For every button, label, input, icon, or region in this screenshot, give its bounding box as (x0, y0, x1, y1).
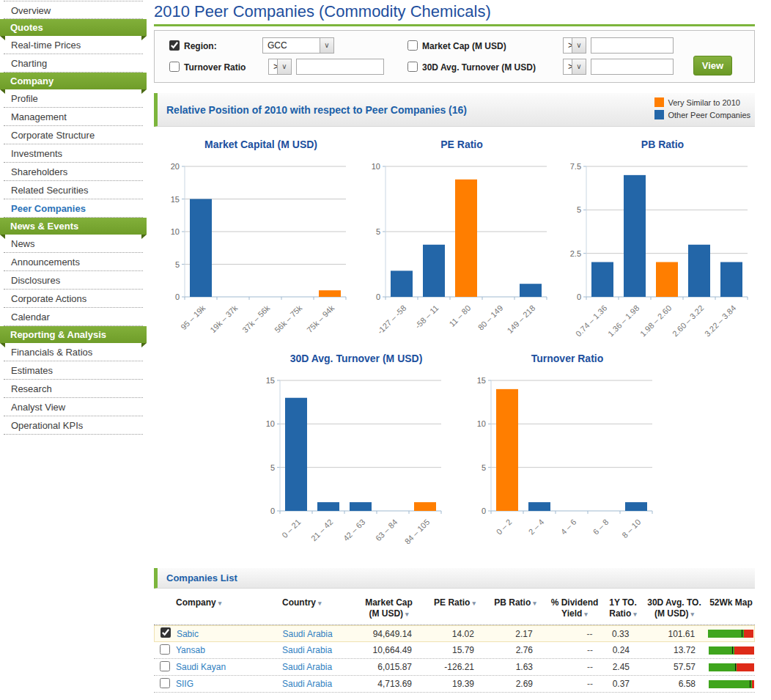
company-cell: Saudi Kayan (176, 662, 282, 672)
row-checkbox[interactable] (160, 644, 170, 655)
sidebar-item-disclosures[interactable]: Disclosures (4, 271, 143, 290)
chart-plot: 02.557.50.74 – 1.361.36 – 1.981.98 – 2.6… (556, 158, 755, 342)
sidebar-item-announcements[interactable]: Announcements (4, 253, 143, 271)
sidebar-item-related-securities[interactable]: Related Securities (4, 181, 143, 199)
sidebar-section-quotes: Quotes (0, 19, 147, 36)
column-header-checkbox (154, 597, 176, 620)
x-tick-label: 56k – 75k (273, 303, 304, 335)
x-tick-label: 84 – 105 (403, 517, 432, 546)
chart-title: PE Ratio (355, 139, 554, 158)
country-link[interactable]: Saudi Arabia (282, 662, 332, 672)
svg-text:0: 0 (175, 292, 180, 301)
company-link[interactable]: Sabic (177, 629, 199, 639)
turnover-ratio-operator-value: > (269, 59, 277, 74)
sidebar-item-corporate-actions[interactable]: Corporate Actions (4, 290, 143, 308)
sidebar-item-overview[interactable]: Overview (4, 1, 143, 19)
view-button[interactable]: View (693, 56, 732, 75)
sidebar-item-corporate-structure[interactable]: Corporate Structure (4, 126, 143, 144)
column-header-country[interactable]: Country▾ (282, 597, 354, 620)
avg-turnover-operator-select[interactable]: > ∨ (563, 59, 586, 75)
market-cap-checkbox[interactable] (407, 40, 418, 51)
row-checkbox[interactable] (161, 627, 171, 638)
region-checkbox[interactable] (169, 40, 180, 51)
company-link[interactable]: Yansab (176, 645, 205, 655)
chart-title: Market Capital (M USD) (154, 139, 353, 158)
sidebar-section-news-events: News & Events (0, 218, 147, 235)
map-green-segment (709, 646, 734, 655)
sidebar-item-profile[interactable]: Profile (4, 89, 143, 108)
avg-turnover-input[interactable] (591, 59, 674, 75)
sidebar-item-management[interactable]: Management (4, 108, 143, 126)
company-link[interactable]: SIIG (176, 679, 193, 689)
row-checkbox[interactable] (160, 661, 170, 671)
svg-text:10: 10 (477, 419, 486, 428)
sidebar-item-research[interactable]: Research (4, 380, 143, 398)
svg-text:10: 10 (266, 419, 275, 428)
turnover-ratio-checkbox[interactable] (169, 62, 180, 72)
sidebar-section-company: Company (0, 73, 147, 89)
52wk-map-bar (709, 680, 754, 688)
chart-pb-ratio: PB Ratio02.557.50.74 – 1.361.36 – 1.981.… (556, 139, 755, 345)
x-tick-label: 75k – 94k (305, 303, 336, 335)
chart-legend: Very Similar to 2010 Other Peer Companie… (654, 97, 751, 122)
svg-text:0: 0 (376, 292, 380, 301)
country-cell: Saudi Arabia (282, 679, 354, 689)
avg-turnover-checkbox[interactable] (407, 62, 418, 72)
company-cell: Sabic (177, 629, 283, 639)
chart-title: 30D Avg. Turnover (M USD) (249, 353, 449, 372)
market-cap-input[interactable] (591, 37, 674, 54)
column-header-dividend-yield[interactable]: % Dividend Yield▾ (545, 597, 605, 620)
x-tick-label: 0 – 2 (495, 517, 514, 537)
column-header-pe-ratio[interactable]: PE Ratio▾ (424, 597, 486, 620)
company-link[interactable]: Saudi Kayan (176, 662, 226, 672)
chart-plot: 0510-127 – -58-58 – 1111 – 8080 – 149149… (355, 158, 554, 342)
market-cap-operator-select[interactable]: > ∨ (563, 37, 586, 54)
charts-row-1: Market Capital (M USD)0510152095 – 19k19… (154, 139, 755, 345)
sidebar-item-analyst-view[interactable]: Analyst View (4, 398, 143, 416)
sidebar-item-calendar[interactable]: Calendar (4, 308, 143, 326)
company-cell: Yansab (176, 645, 282, 655)
country-link[interactable]: Saudi Arabia (282, 645, 332, 655)
row-checkbox[interactable] (160, 678, 170, 688)
sidebar-item-peer-companies[interactable]: Peer Companies (4, 199, 143, 218)
x-tick-label: 149 – 218 (505, 303, 536, 335)
column-header-market-cap-m-usd[interactable]: Market Cap (M USD)▾ (354, 597, 424, 620)
sidebar-item-charting[interactable]: Charting (4, 54, 143, 73)
country-cell: Saudi Arabia (282, 645, 354, 655)
sidebar-item-shareholders[interactable]: Shareholders (4, 163, 143, 181)
country-link[interactable]: Saudi Arabia (282, 679, 332, 689)
country-link[interactable]: Saudi Arabia (283, 629, 333, 639)
sidebar-item-investments[interactable]: Investments (4, 144, 143, 163)
legend-item-other: Other Peer Companies (654, 110, 751, 119)
sidebar: OverviewQuotesReal-time PricesChartingCo… (0, 0, 147, 435)
cell-market-cap: 4,713.69 (354, 679, 424, 689)
charts-row-2: 30D Avg. Turnover (M USD)0510150 – 2121 … (154, 353, 755, 559)
column-header-30d-avg-to-m-usd[interactable]: 30D Avg. TO. (M USD)▾ (641, 597, 707, 620)
map-red-segment (744, 630, 754, 638)
sidebar-item-estimates[interactable]: Estimates (4, 361, 143, 380)
sidebar-item-financials-ratios[interactable]: Financials & Ratios (4, 343, 143, 361)
chart-30d-avg-turnover-m-usd: 30D Avg. Turnover (M USD)0510150 – 2121 … (249, 353, 449, 559)
map-green-segment (709, 663, 737, 671)
column-header-pb-ratio[interactable]: PB Ratio▾ (486, 597, 545, 620)
sort-arrow-icon: ▾ (472, 600, 476, 607)
column-header-company[interactable]: Company▾ (176, 597, 282, 620)
legend-swatch-orange (654, 97, 664, 107)
sidebar-item-news[interactable]: News (4, 235, 143, 253)
sidebar-item-real-time-prices[interactable]: Real-time Prices (4, 36, 143, 54)
x-tick-label: 2.60 – 3.22 (671, 303, 705, 338)
region-select[interactable]: GCC ∨ (262, 37, 334, 54)
turnover-ratio-input[interactable] (296, 59, 384, 75)
column-header-1y-to-ratio[interactable]: 1Y TO. Ratio▾ (605, 597, 641, 620)
x-tick-label: 80 – 149 (476, 303, 505, 332)
sidebar-item-operational-kpis[interactable]: Operational KPIs (4, 416, 143, 435)
relative-position-bar: Relative Position of 2010 with respect t… (154, 93, 755, 127)
bar-0-2 (496, 389, 518, 511)
52wk-map-cell (707, 680, 755, 688)
turnover-ratio-operator-select[interactable]: > ∨ (268, 59, 292, 75)
filter-panel: Region: GCC ∨ Market Cap (M USD) > ∨ Tur… (154, 30, 755, 83)
table-row-siig: SIIGSaudi Arabia4,713.6919.392.69--0.376… (154, 676, 755, 693)
bar-21-42 (317, 502, 339, 511)
table-row-saudi-kayan: Saudi KayanSaudi Arabia6,015.87-126.211.… (154, 659, 755, 676)
chevron-down-icon: ∨ (277, 59, 291, 74)
